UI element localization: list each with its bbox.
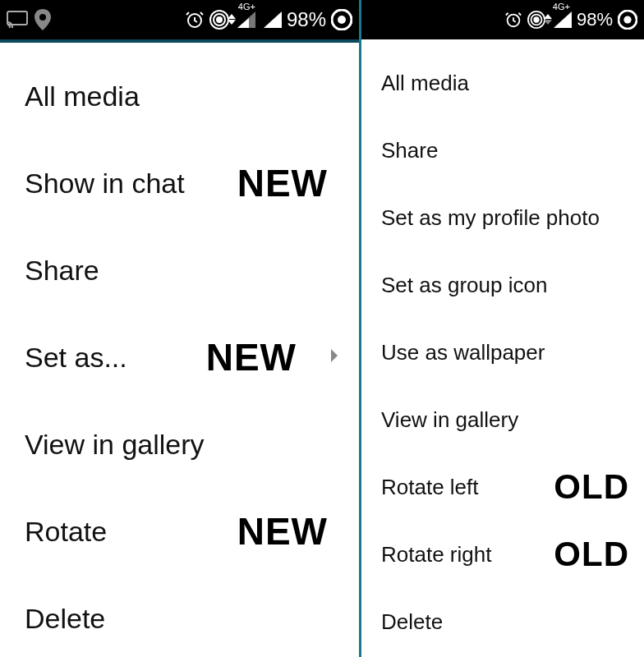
- annotation-new: NEW: [237, 161, 328, 205]
- alarm-icon: [504, 11, 522, 29]
- battery-circle-icon: [618, 10, 637, 30]
- status-bar-right: 4G+ 98%: [361, 0, 644, 39]
- menu-label: Set as...: [25, 342, 127, 374]
- menu-use-as-wallpaper[interactable]: Use as wallpaper: [361, 319, 644, 386]
- svg-point-12: [623, 16, 631, 23]
- menu-label: Set as my profile photo: [381, 205, 600, 231]
- alarm-icon: [185, 10, 205, 30]
- menu-label: View in gallery: [381, 407, 518, 433]
- left-menu: All media Show in chat NEW Share Set as.…: [0, 39, 359, 657]
- svg-point-6: [338, 16, 346, 24]
- menu-view-in-gallery[interactable]: View in gallery: [361, 386, 644, 453]
- menu-label: Rotate right: [381, 542, 491, 567]
- menu-rotate-right[interactable]: Rotate right OLD: [361, 521, 644, 588]
- chevron-right-icon: [329, 347, 341, 367]
- menu-label: Set as group icon: [381, 273, 547, 298]
- menu-label: Share: [381, 138, 438, 163]
- battery-percent: 98%: [287, 8, 326, 31]
- annotation-new: NEW: [206, 335, 297, 379]
- battery-circle-icon: [331, 9, 352, 30]
- cast-icon: [7, 11, 28, 29]
- menu-label: Use as wallpaper: [381, 340, 545, 365]
- right-panel: 4G+ 98% All media Share Set as my profil…: [361, 0, 644, 657]
- menu-label: Show in chat: [25, 168, 185, 200]
- svg-point-2: [217, 17, 222, 22]
- menu-rotate[interactable]: Rotate NEW: [0, 488, 359, 575]
- menu-label: Rotate left: [381, 475, 479, 500]
- signal-2: [264, 11, 282, 28]
- menu-set-profile-photo[interactable]: Set as my profile photo: [361, 184, 644, 251]
- svg-point-8: [534, 17, 539, 22]
- hotspot-icon: [209, 10, 229, 30]
- menu-label: Rotate: [25, 516, 107, 548]
- menu-show-in-chat[interactable]: Show in chat NEW: [0, 140, 359, 227]
- signal-1: 4G+: [237, 11, 255, 28]
- right-menu: All media Share Set as my profile photo …: [361, 39, 644, 655]
- left-panel: 4G+ 98% All media Show in chat NEW Share…: [0, 0, 361, 657]
- menu-delete[interactable]: Delete: [361, 588, 644, 655]
- menu-all-media[interactable]: All media: [0, 53, 359, 140]
- menu-set-group-icon[interactable]: Set as group icon: [361, 251, 644, 319]
- menu-view-in-gallery[interactable]: View in gallery: [0, 401, 359, 488]
- menu-rotate-left[interactable]: Rotate left OLD: [361, 453, 644, 521]
- battery-percent: 98%: [577, 9, 613, 30]
- annotation-new: NEW: [237, 509, 328, 554]
- annotation-old: OLD: [554, 467, 629, 507]
- hotspot-icon: [527, 11, 545, 29]
- menu-label: Share: [25, 255, 99, 287]
- menu-delete[interactable]: Delete: [0, 575, 359, 657]
- menu-all-media[interactable]: All media: [361, 49, 644, 117]
- network-label: 4G+: [553, 2, 570, 11]
- menu-label: All media: [25, 80, 140, 113]
- menu-label: Delete: [381, 609, 443, 635]
- menu-share[interactable]: Share: [361, 117, 644, 184]
- annotation-old: OLD: [554, 535, 629, 574]
- menu-set-as[interactable]: Set as... NEW: [0, 314, 359, 401]
- network-label: 4G+: [238, 2, 255, 11]
- location-icon: [34, 9, 51, 30]
- menu-label: View in gallery: [25, 429, 205, 461]
- status-bar-left: 4G+ 98%: [0, 0, 359, 39]
- signal: 4G+: [554, 11, 572, 28]
- menu-label: Delete: [25, 603, 105, 635]
- menu-share[interactable]: Share: [0, 227, 359, 314]
- menu-label: All media: [381, 71, 469, 96]
